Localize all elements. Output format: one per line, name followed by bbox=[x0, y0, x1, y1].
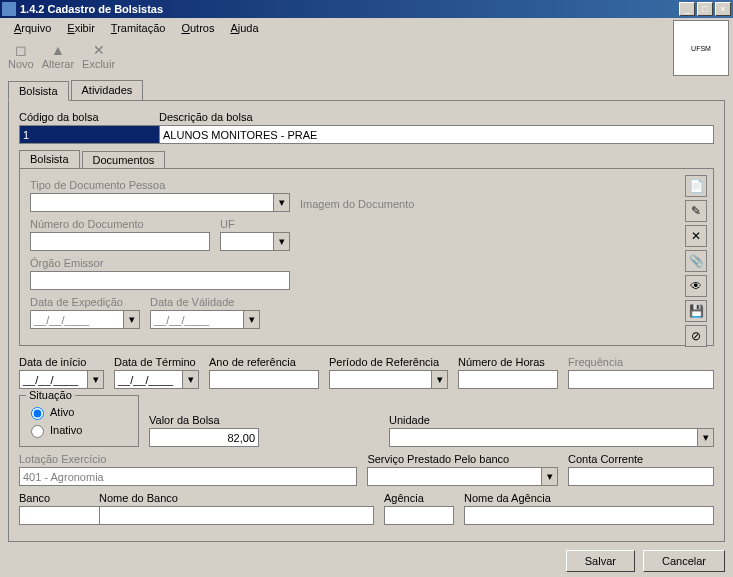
novo-button[interactable]: ◻Novo bbox=[8, 42, 34, 70]
nome-agencia-input[interactable] bbox=[464, 506, 714, 525]
agencia-label: Agência bbox=[384, 492, 454, 504]
codigo-input[interactable] bbox=[19, 125, 165, 144]
conta-corrente-input[interactable] bbox=[568, 467, 714, 486]
menu-outros[interactable]: Outros bbox=[175, 20, 220, 36]
alterar-button[interactable]: ▲Alterar bbox=[42, 42, 74, 70]
valor-bolsa-label: Valor da Bolsa bbox=[149, 414, 259, 426]
doc-attach-button[interactable]: 📎 bbox=[685, 250, 707, 272]
data-termino-label: Data de Término bbox=[114, 356, 199, 368]
unidade-label: Unidade bbox=[389, 414, 714, 426]
servico-banco-combo[interactable]: ▾ bbox=[367, 467, 558, 486]
subtab-documentos[interactable]: Documentos bbox=[82, 151, 166, 169]
orgao-label: Órgão Emissor bbox=[30, 257, 290, 269]
uf-combo[interactable]: ▾ bbox=[220, 232, 290, 251]
servico-banco-label: Serviço Prestado Pelo banco bbox=[367, 453, 558, 465]
nome-agencia-label: Nome da Agência bbox=[464, 492, 714, 504]
ano-ref-input[interactable] bbox=[209, 370, 319, 389]
new-icon: ◻ bbox=[15, 42, 27, 58]
data-exp-label: Data de Expedição bbox=[30, 296, 140, 308]
nome-banco-input[interactable] bbox=[99, 506, 374, 525]
nome-banco-label: Nome do Banco bbox=[99, 492, 374, 504]
chevron-down-icon: ▾ bbox=[182, 371, 198, 388]
unidade-combo[interactable]: ▾ bbox=[389, 428, 714, 447]
uf-label: UF bbox=[220, 218, 290, 230]
chevron-down-icon: ▾ bbox=[273, 194, 289, 211]
valor-bolsa-input[interactable] bbox=[149, 428, 259, 447]
data-exp-input[interactable]: __/__/____▾ bbox=[30, 310, 140, 329]
toolbar: ◻Novo ▲Alterar ✕Excluir bbox=[0, 38, 733, 74]
ano-ref-label: Ano de referência bbox=[209, 356, 319, 368]
chevron-down-icon: ▾ bbox=[541, 468, 557, 485]
window-title: 1.4.2 Cadastro de Bolsistas bbox=[20, 3, 679, 15]
doc-toolbar: 📄 ✎ ✕ 📎 👁 💾 ⊘ bbox=[685, 175, 707, 347]
chevron-down-icon: ▾ bbox=[243, 311, 259, 328]
orgao-input[interactable] bbox=[30, 271, 290, 290]
main-tabs: Bolsista Atividades bbox=[8, 80, 725, 100]
situacao-label: Situação bbox=[26, 389, 75, 401]
doc-view-button[interactable]: 👁 bbox=[685, 275, 707, 297]
num-horas-label: Número de Horas bbox=[458, 356, 558, 368]
agencia-input[interactable] bbox=[384, 506, 454, 525]
app-icon bbox=[2, 2, 16, 16]
chevron-down-icon: ▾ bbox=[273, 233, 289, 250]
numero-doc-label: Número do Documento bbox=[30, 218, 210, 230]
menubar: Arquivo Exibir Tramitação Outros Ajuda U… bbox=[0, 18, 733, 38]
periodo-ref-label: Período de Referência bbox=[329, 356, 448, 368]
doc-save-button[interactable]: 💾 bbox=[685, 300, 707, 322]
chevron-down-icon: ▾ bbox=[431, 371, 447, 388]
cancelar-button[interactable]: Cancelar bbox=[643, 550, 725, 572]
minimize-button[interactable]: _ bbox=[679, 2, 695, 16]
imagem-doc-label: Imagem do Documento bbox=[300, 198, 414, 210]
titlebar: 1.4.2 Cadastro de Bolsistas _ □ × bbox=[0, 0, 733, 18]
salvar-button[interactable]: Salvar bbox=[566, 550, 635, 572]
frequencia-label: Frequência bbox=[568, 356, 714, 368]
sub-tabs: Bolsista Documentos bbox=[19, 150, 714, 168]
lotacao-input bbox=[19, 467, 357, 486]
edit-icon: ▲ bbox=[51, 42, 65, 58]
chevron-down-icon: ▾ bbox=[87, 371, 103, 388]
codigo-label: Código da bolsa bbox=[19, 111, 149, 123]
institution-logo: UFSM bbox=[673, 20, 729, 76]
chevron-down-icon: ▾ bbox=[123, 311, 139, 328]
doc-new-button[interactable]: 📄 bbox=[685, 175, 707, 197]
data-val-input[interactable]: __/__/____▾ bbox=[150, 310, 260, 329]
menu-tramitacao[interactable]: Tramitação bbox=[105, 20, 172, 36]
situacao-group: Situação Ativo Inativo bbox=[19, 395, 139, 447]
close-button[interactable]: × bbox=[715, 2, 731, 16]
radio-ativo[interactable]: Ativo bbox=[26, 404, 74, 420]
data-inicio-label: Data de início bbox=[19, 356, 104, 368]
chevron-down-icon: ▾ bbox=[697, 429, 713, 446]
periodo-ref-combo[interactable]: ▾ bbox=[329, 370, 448, 389]
numero-doc-input[interactable] bbox=[30, 232, 210, 251]
menu-ajuda[interactable]: Ajuda bbox=[224, 20, 264, 36]
radio-inativo[interactable]: Inativo bbox=[26, 422, 82, 438]
frequencia-input[interactable] bbox=[568, 370, 714, 389]
doc-edit-button[interactable]: ✎ bbox=[685, 200, 707, 222]
menu-arquivo[interactable]: Arquivo bbox=[8, 20, 57, 36]
data-termino-input[interactable]: __/__/____▾ bbox=[114, 370, 199, 389]
delete-icon: ✕ bbox=[93, 42, 105, 58]
descricao-input[interactable] bbox=[159, 125, 714, 144]
banco-label: Banco bbox=[19, 492, 89, 504]
tab-atividades[interactable]: Atividades bbox=[71, 80, 144, 100]
tipo-doc-combo[interactable]: ▾ bbox=[30, 193, 290, 212]
num-horas-input[interactable] bbox=[458, 370, 558, 389]
documentos-panel: 📄 ✎ ✕ 📎 👁 💾 ⊘ Tipo de Documento Pessoa ▾… bbox=[19, 168, 714, 346]
subtab-bolsista[interactable]: Bolsista bbox=[19, 150, 80, 168]
data-val-label: Data de Válidade bbox=[150, 296, 260, 308]
menu-exibir[interactable]: Exibir bbox=[61, 20, 101, 36]
maximize-button[interactable]: □ bbox=[697, 2, 713, 16]
descricao-label: Descrição da bolsa bbox=[159, 111, 714, 123]
main-panel: Código da bolsa 🔍 Descrição da bolsa Bol… bbox=[8, 100, 725, 542]
lotacao-label: Lotação Exercício bbox=[19, 453, 357, 465]
data-inicio-input[interactable]: __/__/____▾ bbox=[19, 370, 104, 389]
excluir-button[interactable]: ✕Excluir bbox=[82, 42, 115, 70]
doc-delete-button[interactable]: ✕ bbox=[685, 225, 707, 247]
tipo-doc-label: Tipo de Documento Pessoa bbox=[30, 179, 290, 191]
tab-bolsista[interactable]: Bolsista bbox=[8, 81, 69, 101]
footer-buttons: Salvar Cancelar bbox=[8, 550, 725, 572]
conta-corrente-label: Conta Corrente bbox=[568, 453, 714, 465]
doc-cancel-button[interactable]: ⊘ bbox=[685, 325, 707, 347]
